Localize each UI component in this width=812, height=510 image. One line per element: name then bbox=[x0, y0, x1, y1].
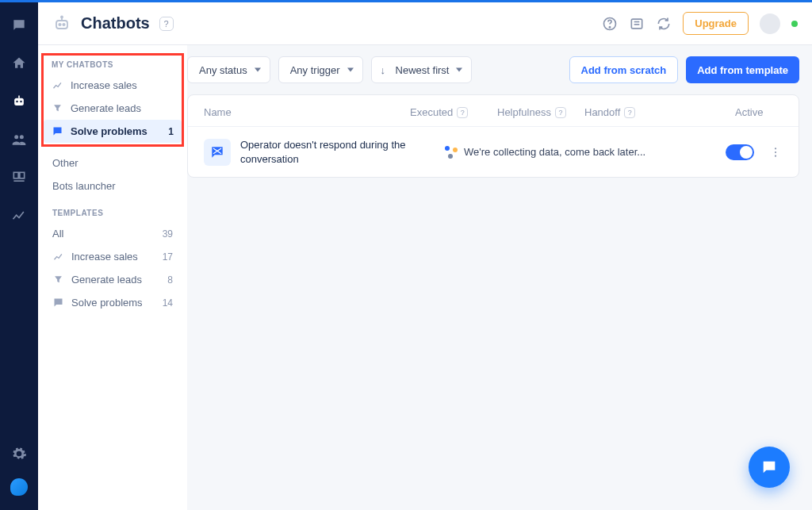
sidebar-item-other[interactable]: Other bbox=[44, 151, 181, 174]
topbar: Chatbots ? Upgrade bbox=[38, 2, 812, 45]
sidebar-item-generate-leads[interactable]: Generate leads bbox=[44, 97, 182, 120]
active-toggle[interactable] bbox=[726, 144, 754, 160]
funnel-icon bbox=[52, 274, 64, 286]
sidebar-template-increase-sales[interactable]: Increase sales 17 bbox=[44, 245, 181, 268]
help-icon[interactable]: ? bbox=[457, 107, 468, 118]
nav-rail bbox=[0, 2, 38, 510]
sidebar-item-label: All bbox=[52, 228, 63, 240]
sidebar-item-solve-problems[interactable]: Solve problems 1 bbox=[44, 120, 182, 143]
sidebar-item-label: Increase sales bbox=[71, 79, 137, 91]
sidebar-item-count: 17 bbox=[163, 251, 173, 263]
row-menu-icon[interactable] bbox=[768, 146, 783, 159]
svg-rect-6 bbox=[13, 172, 18, 178]
sidebar-template-solve-problems[interactable]: Solve problems 14 bbox=[44, 291, 181, 314]
col-helpfulness: Helpfulness? bbox=[497, 106, 584, 118]
sidebar-item-count: 8 bbox=[167, 274, 173, 286]
sparkle-icon bbox=[445, 146, 458, 159]
sidebar-item-label: Other bbox=[52, 157, 79, 169]
sidebar-item-count: 14 bbox=[163, 297, 173, 309]
svg-point-11 bbox=[63, 23, 64, 25]
refresh-icon[interactable] bbox=[656, 16, 672, 32]
toolbar: Any status Any trigger Newest first Add … bbox=[187, 56, 799, 83]
sidebar-template-all[interactable]: All 39 bbox=[44, 222, 181, 245]
people-icon[interactable] bbox=[10, 131, 28, 148]
settings-icon[interactable] bbox=[10, 445, 28, 462]
title-help-icon[interactable]: ? bbox=[159, 17, 174, 31]
col-executed: Executed? bbox=[410, 106, 497, 118]
apps-icon[interactable] bbox=[10, 169, 28, 186]
chat-icon[interactable] bbox=[10, 17, 28, 34]
add-from-template-button[interactable]: Add from template bbox=[686, 56, 799, 83]
svg-point-1 bbox=[16, 101, 18, 103]
sidebar-item-label: Solve problems bbox=[71, 125, 147, 137]
help-icon[interactable]: ? bbox=[555, 107, 566, 118]
my-chatbots-section: MY CHATBOTS Increase sales Generate lead… bbox=[41, 53, 184, 147]
home-icon[interactable] bbox=[10, 55, 28, 72]
sidebar-item-increase-sales[interactable]: Increase sales bbox=[44, 74, 182, 97]
chat-help-icon bbox=[52, 297, 64, 309]
analytics-icon[interactable] bbox=[10, 207, 28, 224]
sidebar-item-label: Generate leads bbox=[71, 102, 141, 114]
svg-point-20 bbox=[775, 151, 776, 152]
help-icon[interactable]: ? bbox=[624, 107, 635, 118]
sort-dropdown[interactable]: Newest first bbox=[371, 56, 473, 83]
add-from-scratch-button[interactable]: Add from scratch bbox=[569, 56, 679, 83]
svg-point-5 bbox=[20, 135, 24, 139]
upgrade-button[interactable]: Upgrade bbox=[683, 12, 749, 35]
newspaper-icon[interactable] bbox=[629, 16, 645, 32]
my-chatbots-header: MY CHATBOTS bbox=[44, 57, 182, 74]
sidebar-item-count: 39 bbox=[163, 228, 173, 240]
svg-rect-7 bbox=[20, 172, 25, 178]
sidebar-item-bots-launcher[interactable]: Bots launcher bbox=[44, 174, 181, 197]
svg-point-13 bbox=[61, 16, 63, 17]
bot-logo-icon bbox=[52, 14, 71, 33]
bot-chat-icon bbox=[204, 139, 231, 166]
bot-name: Operator doesn't respond during the conv… bbox=[240, 138, 407, 166]
trigger-filter-dropdown[interactable]: Any trigger bbox=[278, 56, 363, 83]
chart-up-icon bbox=[52, 79, 63, 91]
sidebar-item-label: Generate leads bbox=[71, 274, 142, 286]
bots-table: Name Executed? Helpfulness? Handoff? Act… bbox=[187, 94, 799, 178]
chatbots-icon[interactable] bbox=[10, 93, 28, 110]
sidebar-template-generate-leads[interactable]: Generate leads 8 bbox=[44, 268, 181, 291]
sidebar-item-label: Increase sales bbox=[71, 251, 138, 263]
main-area: Any status Any trigger Newest first Add … bbox=[187, 45, 799, 510]
chat-help-icon bbox=[52, 125, 63, 137]
sidebar-item-count: 1 bbox=[168, 126, 174, 137]
avatar[interactable] bbox=[760, 13, 780, 34]
svg-point-19 bbox=[775, 148, 776, 149]
online-status-icon bbox=[791, 21, 798, 27]
chat-fab[interactable] bbox=[749, 447, 790, 488]
page-title: Chatbots bbox=[81, 14, 150, 33]
brand-logo-icon[interactable] bbox=[10, 478, 28, 496]
table-header: Name Executed? Helpfulness? Handoff? Act… bbox=[188, 95, 799, 127]
sidebar: MY CHATBOTS Increase sales Generate lead… bbox=[38, 45, 187, 510]
sidebar-item-label: Bots launcher bbox=[52, 180, 116, 192]
col-active: Active bbox=[735, 106, 783, 118]
col-handoff: Handoff? bbox=[584, 106, 664, 118]
sidebar-item-label: Solve problems bbox=[71, 297, 143, 309]
status-filter-dropdown[interactable]: Any status bbox=[187, 56, 270, 83]
templates-header: TEMPLATES bbox=[44, 197, 181, 222]
svg-point-10 bbox=[59, 23, 60, 25]
svg-point-2 bbox=[20, 101, 22, 103]
chart-up-icon bbox=[52, 251, 64, 263]
collecting-data-notice: We're collecting data, come back later..… bbox=[445, 146, 645, 159]
help-circle-icon[interactable] bbox=[602, 16, 618, 32]
table-row[interactable]: Operator doesn't respond during the conv… bbox=[188, 127, 799, 177]
svg-point-4 bbox=[14, 135, 18, 139]
funnel-icon bbox=[52, 102, 63, 114]
svg-point-21 bbox=[775, 155, 776, 156]
svg-rect-3 bbox=[18, 96, 20, 98]
svg-rect-9 bbox=[56, 21, 67, 29]
col-name: Name bbox=[204, 106, 410, 118]
svg-point-15 bbox=[610, 26, 611, 27]
svg-rect-0 bbox=[14, 98, 24, 105]
